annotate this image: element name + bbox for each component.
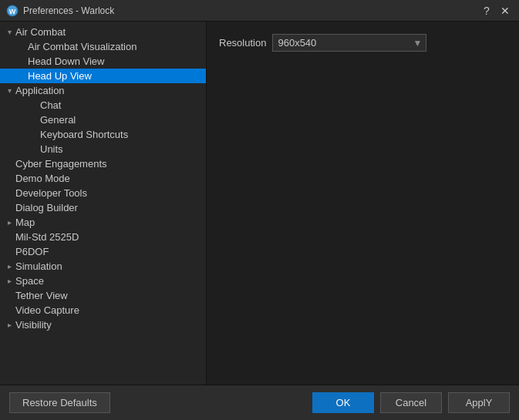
- sidebar-item-label: Air Combat: [15, 26, 206, 38]
- sidebar-item-label: Tether View: [15, 290, 206, 301]
- sidebar-item-p6dof[interactable]: P6DOF: [0, 244, 206, 259]
- sidebar-item-space[interactable]: ▸Space: [0, 274, 206, 288]
- sidebar-item-mil-std-2525d[interactable]: Mil-Std 2525D: [0, 230, 206, 244]
- sidebar-item-dialog-builder[interactable]: Dialog Builder: [0, 200, 206, 215]
- sidebar-item-demo-mode[interactable]: Demo Mode: [0, 171, 206, 186]
- sidebar-item-label: Map: [15, 217, 206, 228]
- sidebar-item-label: Chat: [40, 99, 206, 111]
- app-icon: W: [6, 5, 19, 17]
- sidebar-item-label: Units: [40, 143, 206, 155]
- sidebar-item-map[interactable]: ▸Map: [0, 215, 206, 230]
- sidebar-item-keyboard-shortcuts[interactable]: Keyboard Shortcuts: [0, 127, 206, 142]
- resolution-row: Resolution 960x5401280x7201920x10803840x…: [219, 34, 507, 52]
- cancel-button[interactable]: Cancel: [380, 392, 442, 413]
- chevron-icon: ▾: [3, 28, 15, 36]
- sidebar-item-developer-tools[interactable]: Developer Tools: [0, 186, 206, 200]
- sidebar-item-chat[interactable]: Chat: [0, 98, 206, 113]
- sidebar-item-label: Head Up View: [28, 70, 206, 82]
- sidebar-item-visibility[interactable]: ▸Visibility: [0, 318, 206, 332]
- resolution-select[interactable]: 960x5401280x7201920x10803840x2160: [272, 34, 426, 52]
- sidebar-item-label: Keyboard Shortcuts: [40, 129, 206, 140]
- svg-text:W: W: [9, 8, 16, 15]
- sidebar-item-label: Demo Mode: [15, 173, 206, 184]
- sidebar-item-video-capture[interactable]: Video Capture: [0, 303, 206, 318]
- sidebar-item-label: Video Capture: [15, 304, 206, 316]
- sidebar-item-label: General: [40, 114, 206, 126]
- bottom-bar: Restore Defaults OK Cancel ApplY: [0, 385, 519, 420]
- ok-button[interactable]: OK: [312, 392, 374, 413]
- title-bar: W Preferences - Warlock ? ✕: [0, 0, 519, 22]
- close-button[interactable]: ✕: [497, 3, 513, 18]
- title-bar-controls: ? ✕: [479, 3, 513, 18]
- sidebar-item-head-down-view[interactable]: Head Down View: [0, 54, 206, 69]
- sidebar-item-application[interactable]: ▾Application: [0, 83, 206, 98]
- content-area: Resolution 960x5401280x7201920x10803840x…: [207, 22, 519, 385]
- sidebar-item-label: Air Combat Visualization: [28, 41, 206, 52]
- window-title: Preferences - Warlock: [23, 5, 114, 16]
- sidebar-item-label: Simulation: [15, 260, 206, 272]
- sidebar-item-label: P6DOF: [15, 246, 206, 257]
- sidebar-item-label: Visibility: [15, 319, 206, 331]
- sidebar-item-simulation[interactable]: ▸Simulation: [0, 259, 206, 274]
- sidebar-item-label: Application: [15, 85, 206, 96]
- help-button[interactable]: ?: [479, 3, 494, 18]
- sidebar-item-label: Cyber Engagements: [15, 158, 206, 170]
- chevron-icon: ▸: [3, 218, 15, 227]
- sidebar-item-cyber-engagements[interactable]: Cyber Engagements: [0, 156, 206, 171]
- sidebar-item-label: Head Down View: [28, 55, 206, 67]
- sidebar: ▾Air CombatAir Combat VisualizationHead …: [0, 22, 207, 385]
- bottom-left: Restore Defaults: [9, 392, 110, 413]
- sidebar-item-label: Space: [15, 275, 206, 287]
- chevron-icon: ▸: [3, 262, 15, 270]
- sidebar-item-label: Dialog Builder: [15, 202, 206, 213]
- sidebar-item-general[interactable]: General: [0, 113, 206, 127]
- chevron-icon: ▸: [3, 277, 15, 285]
- sidebar-item-label: Mil-Std 2525D: [15, 231, 206, 243]
- chevron-icon: ▸: [3, 321, 15, 329]
- sidebar-item-tether-view[interactable]: Tether View: [0, 288, 206, 303]
- restore-defaults-button[interactable]: Restore Defaults: [9, 392, 110, 413]
- chevron-icon: ▾: [3, 86, 15, 95]
- sidebar-item-air-combat-visualization[interactable]: Air Combat Visualization: [0, 39, 206, 54]
- sidebar-item-units[interactable]: Units: [0, 142, 206, 156]
- apply-button[interactable]: ApplY: [448, 392, 510, 413]
- title-bar-left: W Preferences - Warlock: [6, 5, 114, 17]
- main-container: ▾Air CombatAir Combat VisualizationHead …: [0, 22, 519, 385]
- sidebar-item-label: Developer Tools: [15, 187, 206, 199]
- resolution-label: Resolution: [219, 37, 266, 49]
- sidebar-item-head-up-view[interactable]: Head Up View: [0, 69, 206, 83]
- bottom-right: OK Cancel ApplY: [312, 392, 510, 413]
- resolution-select-wrapper: 960x5401280x7201920x10803840x2160 ▼: [272, 34, 426, 52]
- sidebar-item-air-combat[interactable]: ▾Air Combat: [0, 25, 206, 39]
